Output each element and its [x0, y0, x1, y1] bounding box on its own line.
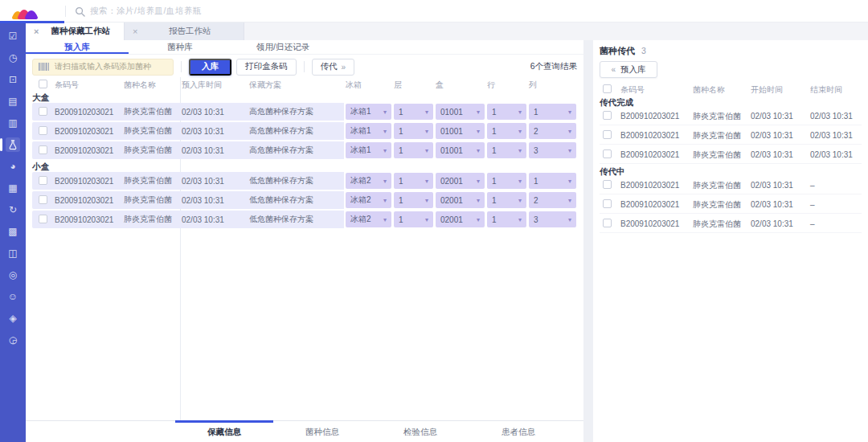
chevron-down-icon: ▾ — [568, 147, 571, 154]
layer-select[interactable]: 1▾ — [394, 192, 433, 208]
compass-icon[interactable]: ◶ — [6, 333, 20, 347]
tab-patient-info[interactable]: 患者信息 — [469, 421, 567, 442]
col-select[interactable]: 2▾ — [529, 192, 576, 208]
start-time-cell: 02/03 10:31 — [749, 219, 809, 228]
layer-select[interactable]: 1▾ — [394, 173, 433, 189]
col-select[interactable]: 1▾ — [529, 173, 576, 189]
clock-icon[interactable]: ◷ — [6, 51, 20, 65]
barcode-scan-input[interactable]: 请扫描或输入条码添加菌种 — [32, 59, 174, 76]
row-checkbox[interactable] — [603, 111, 612, 120]
chevron-down-icon: ▾ — [518, 128, 522, 135]
row-checkbox[interactable] — [603, 199, 612, 208]
badge-icon[interactable]: ◈ — [6, 311, 20, 325]
subtab-strain-library[interactable]: 菌种库 — [129, 40, 231, 54]
tab-report-station[interactable]: × 报告工作站 — [124, 23, 244, 40]
dropdown-value: 1 — [492, 108, 497, 117]
logo-mark — [11, 2, 40, 20]
dropdown-cell: 冰箱2▾ — [344, 191, 392, 209]
row-select[interactable]: 1▾ — [487, 192, 526, 208]
row-checkbox[interactable] — [603, 130, 612, 139]
box-select[interactable]: 01001▾ — [436, 123, 485, 139]
history-icon[interactable]: ↻ — [6, 203, 20, 217]
row-checkbox[interactable] — [603, 149, 612, 158]
tab-strain-info[interactable]: 菌种信息 — [273, 421, 371, 442]
card-icon[interactable]: ▥ — [6, 116, 20, 130]
subtab-borrow-return-records[interactable]: 领用/归还记录 — [231, 40, 334, 54]
search-icon — [75, 6, 85, 17]
box-select[interactable]: 02001▾ — [436, 192, 485, 208]
layer-select[interactable]: 1▾ — [394, 142, 433, 158]
table-row: B200910203021肺炎克雷伯菌02/03 10:31– — [600, 215, 862, 233]
row-select[interactable]: 1▾ — [487, 123, 526, 139]
col-select[interactable]: 2▾ — [529, 123, 576, 139]
row-select[interactable]: 1▾ — [487, 211, 526, 227]
passage-button[interactable]: 传代 » — [312, 59, 355, 76]
tab-strain-preservation-station[interactable]: × 菌种保藏工作站 — [26, 23, 124, 40]
chevron-down-icon: ▾ — [568, 178, 571, 185]
subtab-pre-storage[interactable]: 预入库 — [26, 40, 129, 54]
dropdown-cell: 1▾ — [392, 122, 434, 140]
col-header-fridge: 冰箱 — [344, 80, 392, 91]
flask-icon[interactable] — [6, 137, 20, 152]
image-icon[interactable]: ◫ — [6, 246, 20, 260]
select-all-checkbox[interactable] — [603, 84, 612, 93]
checklist-icon[interactable]: ☑ — [6, 29, 20, 43]
print-box-barcode-button[interactable]: 打印盒条码 — [236, 59, 297, 76]
dropdown-cell: 1▾ — [527, 103, 577, 121]
dropdown-value: 02001 — [440, 215, 463, 224]
layer-select[interactable]: 1▾ — [394, 123, 433, 139]
dropdown-value: 1 — [399, 196, 403, 205]
col-select[interactable]: 1▾ — [529, 104, 576, 120]
row-select[interactable]: 1▾ — [487, 142, 526, 158]
close-icon[interactable]: × — [34, 27, 39, 36]
fridge-select[interactable]: 冰箱1▾ — [346, 142, 391, 158]
box-select[interactable]: 01001▾ — [436, 142, 485, 158]
back-to-prestorage-button[interactable]: « 预入库 — [600, 61, 657, 78]
pie-chart-icon[interactable]: ◕ — [6, 159, 20, 174]
tab-preservation-info[interactable]: 保藏信息 — [175, 421, 273, 442]
box-select[interactable]: 02001▾ — [436, 211, 485, 227]
stock-in-button[interactable]: 入库 — [189, 59, 231, 76]
report-icon[interactable]: ▤ — [6, 94, 20, 108]
row-select[interactable]: 1▾ — [487, 104, 526, 120]
strain-name-cell: 肺炎克雷伯菌 — [691, 111, 749, 122]
row-select[interactable]: 1▾ — [487, 173, 526, 189]
tab-test-info[interactable]: 检验信息 — [371, 421, 469, 442]
close-icon[interactable]: × — [133, 27, 137, 36]
row-checkbox[interactable] — [39, 107, 47, 116]
fridge-select[interactable]: 冰箱2▾ — [346, 173, 391, 189]
icon-sidebar: ☑◷⊡▤▥◕▦↻▩◫◎☺◈◶ — [0, 23, 26, 442]
layer-select[interactable]: 1▾ — [394, 211, 433, 227]
smiley-icon[interactable]: ☺ — [6, 289, 20, 304]
col-select[interactable]: 3▾ — [529, 142, 576, 158]
box-select[interactable]: 01001▾ — [436, 104, 485, 120]
app-logo[interactable] — [11, 2, 43, 20]
row-checkbox[interactable] — [39, 195, 47, 204]
select-all-checkbox[interactable] — [39, 80, 47, 88]
camera-icon[interactable]: ⊡ — [6, 72, 20, 87]
target-icon[interactable]: ◎ — [6, 268, 20, 282]
strain-passage-panel: 菌种传代 3 « 预入库 条码号 菌种名称 开始时间 结束时间 传代完成B200… — [593, 40, 868, 442]
row-checkbox[interactable] — [603, 219, 612, 227]
row-checkbox[interactable] — [39, 145, 47, 154]
row-checkbox[interactable] — [39, 215, 47, 223]
col-header-strain-name: 菌种名称 — [122, 80, 180, 91]
barcode-icon[interactable]: ▩ — [6, 224, 20, 239]
row-checkbox[interactable] — [603, 180, 612, 189]
strain-name-cell: 肺炎克雷伯菌 — [122, 106, 180, 117]
form-icon[interactable]: ▦ — [6, 181, 20, 195]
start-time-cell: 02/03 10:31 — [749, 200, 809, 209]
fridge-select[interactable]: 冰箱1▾ — [346, 123, 391, 139]
row-checkbox[interactable] — [39, 126, 47, 135]
fridge-select[interactable]: 冰箱2▾ — [346, 192, 391, 208]
tab-label: 报告工作站 — [144, 26, 235, 37]
row-checkbox[interactable] — [39, 176, 47, 185]
table-row: B200910203021肺炎克雷伯菌02/03 10:31– — [600, 177, 862, 194]
fridge-select[interactable]: 冰箱2▾ — [346, 211, 391, 227]
global-search[interactable]: 搜索：涂片/培养皿/血培养瓶 — [75, 0, 202, 23]
box-select[interactable]: 02001▾ — [436, 173, 485, 189]
col-select[interactable]: 3▾ — [529, 211, 576, 227]
checkbox-cell — [32, 176, 53, 186]
layer-select[interactable]: 1▾ — [394, 104, 433, 120]
fridge-select[interactable]: 冰箱1▾ — [346, 104, 391, 120]
